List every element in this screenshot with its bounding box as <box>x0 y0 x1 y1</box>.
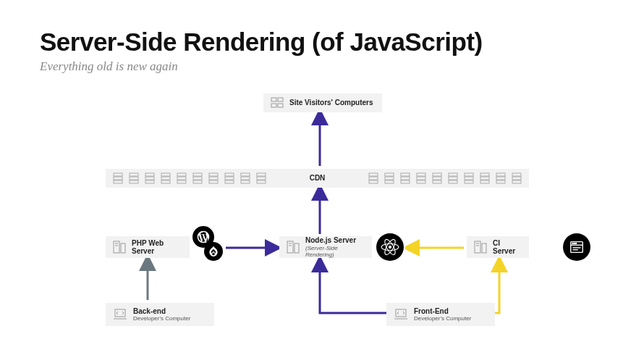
svg-rect-7 <box>114 180 122 183</box>
svg-rect-35 <box>369 173 378 176</box>
svg-rect-20 <box>193 173 202 176</box>
svg-rect-60 <box>496 177 505 180</box>
node-ci-server: CI Server <box>467 236 529 258</box>
svg-rect-56 <box>480 173 489 176</box>
svg-rect-72 <box>295 243 299 253</box>
svg-point-87 <box>574 243 575 243</box>
svg-rect-3 <box>278 104 283 107</box>
svg-rect-2 <box>271 104 276 107</box>
svg-rect-16 <box>161 180 170 183</box>
node-frontend-dev: Front-End Developer's Computer <box>386 303 495 326</box>
svg-rect-22 <box>193 180 202 183</box>
svg-rect-40 <box>385 180 394 183</box>
svg-rect-36 <box>369 177 378 180</box>
svg-rect-45 <box>417 177 425 180</box>
svg-rect-41 <box>401 173 410 176</box>
arrow-php-to-node <box>223 239 279 256</box>
page-title: Server-Side Rendering (of JavaScript) <box>40 28 483 57</box>
svg-rect-6 <box>114 177 122 180</box>
node-site-visitors: Site Visitors' Computers <box>263 93 382 112</box>
svg-rect-8 <box>130 173 138 176</box>
node-label: Site Visitors' Computers <box>289 99 373 107</box>
server-rack-icon <box>208 172 219 184</box>
svg-rect-61 <box>496 180 505 183</box>
svg-point-78 <box>389 246 391 249</box>
svg-rect-30 <box>241 177 250 180</box>
server-rack-icon <box>416 172 426 184</box>
node-label: Node.js Server (Server-Side Rendering) <box>305 236 365 258</box>
svg-rect-33 <box>257 177 266 180</box>
svg-rect-48 <box>433 177 441 180</box>
node-cdn: CDN <box>106 169 529 188</box>
svg-rect-38 <box>385 173 394 176</box>
svg-rect-71 <box>287 241 293 253</box>
arrow-ci-to-node <box>405 239 467 256</box>
svg-rect-51 <box>449 177 457 180</box>
drupal-icon <box>204 242 223 261</box>
svg-rect-46 <box>417 180 425 183</box>
svg-rect-59 <box>496 173 505 176</box>
svg-rect-28 <box>225 180 234 183</box>
server-rack-icon <box>496 172 506 184</box>
website-icon <box>563 233 590 261</box>
node-backend-dev: Back-end Developer's Computer <box>106 303 214 326</box>
svg-rect-32 <box>257 173 266 176</box>
server-icon <box>474 241 487 254</box>
svg-rect-37 <box>369 180 378 183</box>
svg-rect-15 <box>161 177 170 180</box>
node-label: CDN <box>310 174 326 183</box>
svg-rect-1 <box>278 98 283 101</box>
node-label: CI Server <box>493 239 522 256</box>
server-rack-icon <box>400 172 410 184</box>
svg-rect-49 <box>433 180 441 183</box>
server-rack-icon <box>224 172 234 184</box>
svg-rect-52 <box>449 180 457 183</box>
server-rack-icon <box>432 172 442 184</box>
svg-rect-62 <box>512 173 521 176</box>
server-rack-icon <box>256 172 266 184</box>
svg-rect-23 <box>209 173 218 176</box>
node-label: Back-end Developer's Computer <box>133 307 190 322</box>
server-rack-icon <box>480 172 490 184</box>
code-laptop-icon <box>394 309 408 320</box>
svg-rect-0 <box>271 98 276 101</box>
svg-rect-58 <box>480 180 489 183</box>
svg-rect-64 <box>512 180 521 183</box>
svg-rect-18 <box>177 177 186 180</box>
svg-rect-24 <box>209 177 218 180</box>
server-rack-icon <box>464 172 474 184</box>
svg-rect-34 <box>257 180 266 183</box>
svg-rect-27 <box>225 177 234 180</box>
server-rack-icon <box>161 172 171 184</box>
svg-rect-5 <box>114 173 122 176</box>
svg-rect-81 <box>482 243 486 253</box>
svg-rect-10 <box>130 180 138 183</box>
server-rack-icon <box>512 172 522 184</box>
server-rack-icon <box>384 172 394 184</box>
svg-rect-25 <box>209 180 218 183</box>
server-rack-icon <box>368 172 378 184</box>
react-icon <box>376 233 404 261</box>
server-rack-icon <box>145 172 155 184</box>
svg-rect-66 <box>114 241 119 253</box>
svg-point-86 <box>572 243 573 243</box>
svg-rect-11 <box>145 173 154 176</box>
svg-rect-50 <box>449 173 457 176</box>
svg-rect-13 <box>145 180 154 183</box>
svg-rect-47 <box>433 173 441 176</box>
svg-point-88 <box>575 243 576 243</box>
node-label: Front-End Developer's Computer <box>414 307 471 322</box>
svg-rect-29 <box>241 173 250 176</box>
svg-rect-44 <box>417 173 425 176</box>
computers-icon <box>271 97 284 109</box>
server-rack-icon <box>177 172 187 184</box>
svg-rect-55 <box>465 180 473 183</box>
svg-rect-21 <box>193 177 202 180</box>
node-label: PHP Web Server <box>132 239 182 256</box>
server-rack-icon <box>129 172 139 184</box>
server-rack-icon <box>192 172 203 184</box>
svg-rect-54 <box>465 177 473 180</box>
svg-rect-67 <box>121 243 125 253</box>
svg-rect-12 <box>145 177 154 180</box>
svg-rect-63 <box>512 177 521 180</box>
